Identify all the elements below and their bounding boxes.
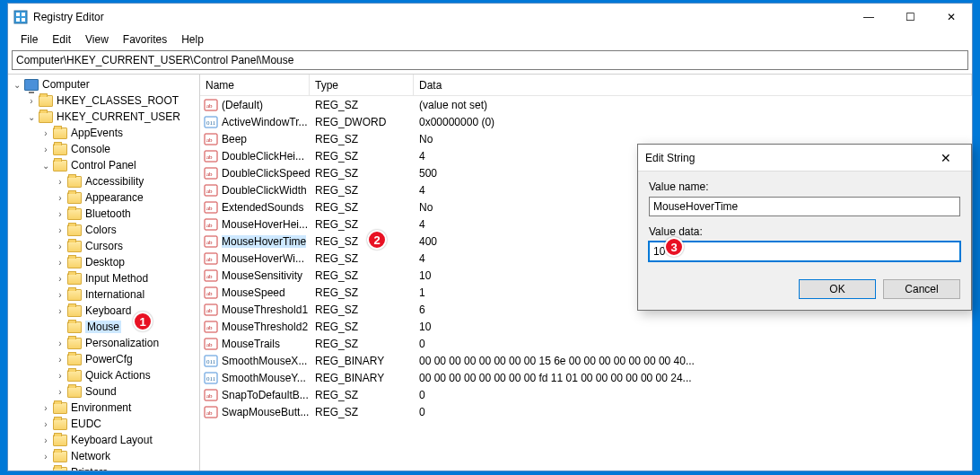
tree-console[interactable]: ›Console bbox=[8, 141, 199, 157]
menu-favorites[interactable]: Favorites bbox=[116, 31, 174, 48]
column-type[interactable]: Type bbox=[310, 75, 414, 95]
tree-twisty-icon[interactable]: › bbox=[55, 290, 66, 300]
tree-computer[interactable]: ⌄Computer bbox=[8, 76, 199, 92]
value-row[interactable]: abMouseTrailsREG_SZ0 bbox=[200, 335, 972, 352]
tree-twisty-icon[interactable]: › bbox=[40, 452, 51, 462]
value-row[interactable]: abMouseThreshold2REG_SZ10 bbox=[200, 318, 972, 335]
tree-input-method[interactable]: ›Input Method bbox=[8, 270, 199, 286]
dialog-title: Edit String bbox=[645, 152, 928, 164]
tree-twisty-icon[interactable]: › bbox=[55, 274, 66, 284]
svg-text:ab: ab bbox=[206, 341, 213, 348]
tree-cursors[interactable]: ›Cursors bbox=[8, 238, 199, 254]
tree-hkcr[interactable]: ›HKEY_CLASSES_ROOT bbox=[8, 92, 199, 109]
minimize-button[interactable]: — bbox=[848, 4, 889, 31]
column-data[interactable]: Data bbox=[414, 75, 972, 95]
tree-keyboard-layout[interactable]: ›Keyboard Layout bbox=[8, 432, 199, 448]
menu-help[interactable]: Help bbox=[174, 31, 211, 48]
dialog-titlebar[interactable]: Edit String ✕ bbox=[638, 145, 971, 172]
tree-control-panel[interactable]: ⌄Control Panel bbox=[8, 157, 199, 173]
tree-quick-actions[interactable]: ›Quick Actions bbox=[8, 367, 199, 383]
tree-twisty-icon[interactable]: › bbox=[55, 193, 66, 203]
menu-view[interactable]: View bbox=[78, 31, 116, 48]
ok-button[interactable]: OK bbox=[799, 279, 876, 299]
value-type: REG_SZ bbox=[310, 235, 414, 248]
value-data: 0 bbox=[414, 406, 972, 418]
tree-twisty-icon[interactable]: › bbox=[55, 209, 66, 219]
tree-powercfg[interactable]: ›PowerCfg bbox=[8, 351, 199, 367]
tree-accessibility[interactable]: ›Accessibility bbox=[8, 173, 199, 189]
tree-item-label: Sound bbox=[85, 385, 117, 398]
tree-personalization[interactable]: ›Personalization bbox=[8, 335, 199, 351]
titlebar[interactable]: Registry Editor — ☐ ✕ bbox=[8, 4, 972, 31]
value-name-field[interactable] bbox=[649, 197, 960, 216]
value-data: (value not set) bbox=[414, 99, 972, 111]
string-value-icon: ab bbox=[204, 234, 218, 249]
tree-twisty-icon[interactable]: ⌄ bbox=[26, 112, 37, 122]
folder-icon bbox=[39, 95, 53, 107]
tree-twisty-icon[interactable]: › bbox=[40, 468, 51, 471]
cancel-button[interactable]: Cancel bbox=[883, 279, 960, 299]
tree-item-label: Colors bbox=[85, 224, 117, 236]
tree-network[interactable]: ›Network bbox=[8, 448, 199, 464]
maximize-button[interactable]: ☐ bbox=[889, 4, 931, 31]
value-row[interactable]: 011ActiveWindowTr...REG_DWORD0x00000000 … bbox=[200, 113, 972, 130]
tree-hkcu[interactable]: ⌄HKEY_CURRENT_USER bbox=[8, 109, 199, 125]
svg-text:ab: ab bbox=[206, 392, 213, 400]
svg-text:011: 011 bbox=[206, 119, 216, 127]
tree-twisty-icon[interactable]: › bbox=[55, 371, 66, 381]
tree-twisty-icon[interactable]: › bbox=[40, 128, 51, 138]
tree-twisty-icon[interactable]: › bbox=[55, 225, 66, 235]
tree-twisty-icon[interactable]: › bbox=[26, 96, 37, 106]
tree-item-label: Personalization bbox=[85, 337, 159, 349]
tree-twisty-icon[interactable]: › bbox=[55, 306, 66, 316]
svg-text:011: 011 bbox=[206, 375, 216, 383]
value-data-field[interactable] bbox=[649, 242, 960, 261]
tree-twisty-icon[interactable]: ⌄ bbox=[40, 161, 51, 171]
tree-twisty-icon[interactable]: › bbox=[55, 258, 66, 268]
tree-twisty-icon[interactable]: › bbox=[55, 339, 66, 348]
value-type: REG_SZ bbox=[310, 99, 414, 111]
menu-edit[interactable]: Edit bbox=[45, 31, 78, 48]
tree-desktop[interactable]: ›Desktop bbox=[8, 254, 199, 270]
tree-mouse[interactable]: Mouse bbox=[8, 319, 199, 335]
tree-item-label: Input Method bbox=[85, 272, 148, 285]
menu-file[interactable]: File bbox=[13, 31, 45, 48]
tree-colors[interactable]: ›Colors bbox=[8, 222, 199, 238]
tree-printers[interactable]: ›Printers bbox=[8, 464, 199, 471]
tree-twisty-icon[interactable]: › bbox=[55, 242, 66, 251]
tree-eudc[interactable]: ›EUDC bbox=[8, 416, 199, 432]
value-row[interactable]: abSnapToDefaultB...REG_SZ0 bbox=[200, 386, 972, 403]
dialog-close-button[interactable]: ✕ bbox=[928, 151, 964, 165]
tree-twisty-icon[interactable]: › bbox=[55, 355, 66, 365]
value-name: SmoothMouseX... bbox=[222, 355, 307, 367]
tree-bluetooth[interactable]: ›Bluetooth bbox=[8, 206, 199, 222]
menubar: File Edit View Favorites Help bbox=[8, 31, 972, 48]
value-row[interactable]: 011SmoothMouseX...REG_BINARY00 00 00 00 … bbox=[200, 352, 972, 369]
tree-keyboard[interactable]: ›Keyboard bbox=[8, 303, 199, 319]
value-row[interactable]: ab(Default)REG_SZ(value not set) bbox=[200, 96, 972, 113]
value-row[interactable]: abSwapMouseButt...REG_SZ0 bbox=[200, 403, 972, 420]
tree-twisty-icon[interactable]: ⌄ bbox=[12, 80, 22, 90]
tree-item-label: HKEY_CLASSES_ROOT bbox=[57, 94, 179, 107]
tree-sound[interactable]: ›Sound bbox=[8, 383, 199, 400]
column-name[interactable]: Name bbox=[200, 75, 310, 95]
tree-twisty-icon[interactable]: › bbox=[55, 177, 66, 187]
value-type: REG_SZ bbox=[310, 338, 414, 350]
svg-rect-3 bbox=[16, 18, 20, 22]
value-name: MouseThreshold2 bbox=[222, 321, 308, 333]
edit-string-dialog: Edit String ✕ Value name: Value data: OK… bbox=[637, 144, 972, 311]
tree-environment[interactable]: ›Environment bbox=[8, 400, 199, 416]
tree-appearance[interactable]: ›Appearance bbox=[8, 189, 199, 206]
tree-twisty-icon[interactable]: › bbox=[55, 387, 66, 397]
value-row[interactable]: 011SmoothMouseY...REG_BINARY00 00 00 00 … bbox=[200, 369, 972, 386]
tree-item-label: Mouse bbox=[85, 321, 121, 333]
close-button[interactable]: ✕ bbox=[931, 4, 972, 31]
tree-pane[interactable]: ⌄Computer›HKEY_CLASSES_ROOT⌄HKEY_CURRENT… bbox=[8, 75, 200, 471]
tree-twisty-icon[interactable]: › bbox=[40, 145, 51, 154]
tree-twisty-icon[interactable]: › bbox=[40, 435, 51, 445]
tree-international[interactable]: ›International bbox=[8, 286, 199, 303]
tree-appevents[interactable]: ›AppEvents bbox=[8, 125, 199, 141]
tree-twisty-icon[interactable]: › bbox=[40, 419, 51, 429]
address-bar[interactable]: Computer\HKEY_CURRENT_USER\Control Panel… bbox=[12, 50, 968, 70]
tree-twisty-icon[interactable]: › bbox=[40, 403, 51, 413]
